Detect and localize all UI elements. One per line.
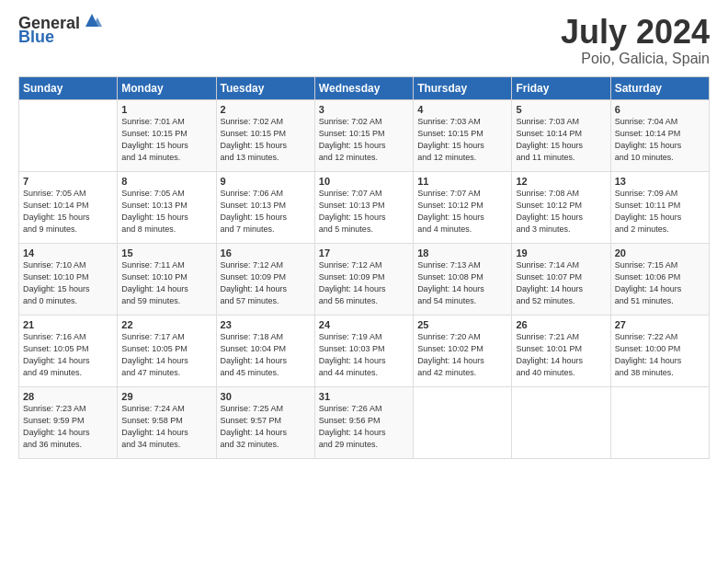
table-row: 20Sunrise: 7:15 AMSunset: 10:06 PMDaylig… bbox=[610, 243, 709, 315]
day-number: 1 bbox=[121, 104, 211, 115]
table-row: 6Sunrise: 7:04 AMSunset: 10:14 PMDayligh… bbox=[610, 99, 709, 171]
page: General Blue July 2024 Poio, Galicia, Sp… bbox=[0, 0, 728, 563]
day-number: 30 bbox=[221, 391, 311, 402]
table-row: 31Sunrise: 7:26 AMSunset: 9:56 PMDayligh… bbox=[314, 386, 413, 458]
day-info: Sunrise: 7:07 AMSunset: 10:12 PMDaylight… bbox=[417, 188, 507, 236]
day-number: 3 bbox=[319, 104, 409, 115]
header: General Blue July 2024 Poio, Galicia, Sp… bbox=[18, 14, 710, 67]
day-number: 24 bbox=[319, 319, 409, 330]
table-row: 17Sunrise: 7:12 AMSunset: 10:09 PMDaylig… bbox=[314, 243, 413, 315]
day-info: Sunrise: 7:06 AMSunset: 10:13 PMDaylight… bbox=[221, 188, 311, 236]
table-row: 15Sunrise: 7:11 AMSunset: 10:10 PMDaylig… bbox=[118, 243, 216, 315]
day-number: 29 bbox=[121, 391, 211, 402]
table-row: 30Sunrise: 7:25 AMSunset: 9:57 PMDayligh… bbox=[216, 386, 314, 458]
day-number: 31 bbox=[319, 391, 409, 402]
day-info: Sunrise: 7:20 AMSunset: 10:02 PMDaylight… bbox=[417, 331, 507, 379]
day-number: 25 bbox=[417, 319, 507, 330]
day-info: Sunrise: 7:15 AMSunset: 10:06 PMDaylight… bbox=[615, 259, 705, 307]
table-row: 22Sunrise: 7:17 AMSunset: 10:05 PMDaylig… bbox=[118, 315, 216, 386]
day-number: 12 bbox=[516, 176, 606, 187]
table-row: 16Sunrise: 7:12 AMSunset: 10:09 PMDaylig… bbox=[216, 243, 314, 315]
day-number: 27 bbox=[615, 319, 705, 330]
table-row: 2Sunrise: 7:02 AMSunset: 10:15 PMDayligh… bbox=[216, 99, 314, 171]
location-title: Poio, Galicia, Spain bbox=[561, 51, 710, 67]
day-info: Sunrise: 7:09 AMSunset: 10:11 PMDaylight… bbox=[615, 188, 705, 236]
day-number: 15 bbox=[121, 247, 211, 259]
day-number: 19 bbox=[516, 247, 606, 259]
table-row: 21Sunrise: 7:16 AMSunset: 10:05 PMDaylig… bbox=[19, 315, 118, 386]
day-number: 28 bbox=[23, 391, 113, 402]
day-info: Sunrise: 7:03 AMSunset: 10:14 PMDaylight… bbox=[516, 116, 606, 164]
weekday-header-wednesday: Wednesday bbox=[314, 76, 413, 99]
day-info: Sunrise: 7:02 AMSunset: 10:15 PMDaylight… bbox=[221, 116, 311, 164]
day-number: 9 bbox=[221, 176, 311, 187]
table-row: 9Sunrise: 7:06 AMSunset: 10:13 PMDayligh… bbox=[216, 171, 314, 243]
weekday-header-tuesday: Tuesday bbox=[216, 76, 314, 99]
day-number: 22 bbox=[121, 319, 211, 330]
day-info: Sunrise: 7:18 AMSunset: 10:04 PMDaylight… bbox=[221, 331, 311, 379]
day-number: 18 bbox=[417, 247, 507, 259]
table-row bbox=[610, 386, 709, 458]
table-row: 14Sunrise: 7:10 AMSunset: 10:10 PMDaylig… bbox=[19, 243, 118, 315]
table-row: 8Sunrise: 7:05 AMSunset: 10:13 PMDayligh… bbox=[118, 171, 216, 243]
logo: General Blue bbox=[18, 14, 102, 47]
day-info: Sunrise: 7:05 AMSunset: 10:13 PMDaylight… bbox=[121, 188, 211, 236]
day-info: Sunrise: 7:24 AMSunset: 9:58 PMDaylight:… bbox=[121, 403, 211, 451]
day-info: Sunrise: 7:08 AMSunset: 10:12 PMDaylight… bbox=[516, 188, 606, 236]
day-number: 5 bbox=[516, 104, 606, 115]
day-number: 23 bbox=[221, 319, 311, 330]
weekday-header-saturday: Saturday bbox=[610, 76, 709, 99]
day-number: 4 bbox=[417, 104, 507, 115]
table-row: 28Sunrise: 7:23 AMSunset: 9:59 PMDayligh… bbox=[19, 386, 118, 458]
month-title: July 2024 bbox=[561, 14, 710, 51]
day-info: Sunrise: 7:10 AMSunset: 10:10 PMDaylight… bbox=[23, 259, 113, 307]
table-row: 4Sunrise: 7:03 AMSunset: 10:15 PMDayligh… bbox=[414, 99, 512, 171]
day-number: 13 bbox=[615, 176, 705, 187]
table-row: 26Sunrise: 7:21 AMSunset: 10:01 PMDaylig… bbox=[512, 315, 610, 386]
table-row: 19Sunrise: 7:14 AMSunset: 10:07 PMDaylig… bbox=[512, 243, 610, 315]
day-number: 16 bbox=[221, 247, 311, 259]
table-row: 27Sunrise: 7:22 AMSunset: 10:00 PMDaylig… bbox=[610, 315, 709, 386]
day-info: Sunrise: 7:22 AMSunset: 10:00 PMDaylight… bbox=[615, 331, 705, 379]
day-info: Sunrise: 7:03 AMSunset: 10:15 PMDaylight… bbox=[417, 116, 507, 164]
table-row: 1Sunrise: 7:01 AMSunset: 10:15 PMDayligh… bbox=[118, 99, 216, 171]
day-number: 6 bbox=[615, 104, 705, 115]
day-number: 7 bbox=[23, 176, 113, 187]
table-row: 24Sunrise: 7:19 AMSunset: 10:03 PMDaylig… bbox=[314, 315, 413, 386]
table-row bbox=[19, 99, 118, 171]
table-row: 10Sunrise: 7:07 AMSunset: 10:13 PMDaylig… bbox=[314, 171, 413, 243]
day-info: Sunrise: 7:17 AMSunset: 10:05 PMDaylight… bbox=[121, 331, 211, 379]
weekday-header-friday: Friday bbox=[512, 76, 610, 99]
day-number: 14 bbox=[23, 247, 113, 259]
weekday-header-sunday: Sunday bbox=[19, 76, 118, 99]
day-info: Sunrise: 7:13 AMSunset: 10:08 PMDaylight… bbox=[417, 259, 507, 307]
weekday-header-thursday: Thursday bbox=[414, 76, 512, 99]
table-row: 29Sunrise: 7:24 AMSunset: 9:58 PMDayligh… bbox=[118, 386, 216, 458]
logo-blue: Blue bbox=[18, 28, 54, 47]
logo-icon bbox=[82, 10, 102, 30]
day-number: 8 bbox=[121, 176, 211, 187]
weekday-header-monday: Monday bbox=[118, 76, 216, 99]
table-row: 18Sunrise: 7:13 AMSunset: 10:08 PMDaylig… bbox=[414, 243, 512, 315]
day-info: Sunrise: 7:04 AMSunset: 10:14 PMDaylight… bbox=[615, 116, 705, 164]
table-row bbox=[414, 386, 512, 458]
day-info: Sunrise: 7:21 AMSunset: 10:01 PMDaylight… bbox=[516, 331, 606, 379]
day-number: 20 bbox=[615, 247, 705, 259]
day-info: Sunrise: 7:25 AMSunset: 9:57 PMDaylight:… bbox=[221, 403, 311, 451]
day-info: Sunrise: 7:07 AMSunset: 10:13 PMDaylight… bbox=[319, 188, 409, 236]
day-info: Sunrise: 7:02 AMSunset: 10:15 PMDaylight… bbox=[319, 116, 409, 164]
day-info: Sunrise: 7:12 AMSunset: 10:09 PMDaylight… bbox=[319, 259, 409, 307]
table-row: 5Sunrise: 7:03 AMSunset: 10:14 PMDayligh… bbox=[512, 99, 610, 171]
day-info: Sunrise: 7:11 AMSunset: 10:10 PMDaylight… bbox=[121, 259, 211, 307]
day-number: 10 bbox=[319, 176, 409, 187]
table-row: 25Sunrise: 7:20 AMSunset: 10:02 PMDaylig… bbox=[414, 315, 512, 386]
day-number: 26 bbox=[516, 319, 606, 330]
day-number: 2 bbox=[221, 104, 311, 115]
day-number: 21 bbox=[23, 319, 113, 330]
day-info: Sunrise: 7:19 AMSunset: 10:03 PMDaylight… bbox=[319, 331, 409, 379]
day-info: Sunrise: 7:16 AMSunset: 10:05 PMDaylight… bbox=[23, 331, 113, 379]
table-row: 12Sunrise: 7:08 AMSunset: 10:12 PMDaylig… bbox=[512, 171, 610, 243]
table-row: 3Sunrise: 7:02 AMSunset: 10:15 PMDayligh… bbox=[314, 99, 413, 171]
day-info: Sunrise: 7:14 AMSunset: 10:07 PMDaylight… bbox=[516, 259, 606, 307]
day-number: 17 bbox=[319, 247, 409, 259]
